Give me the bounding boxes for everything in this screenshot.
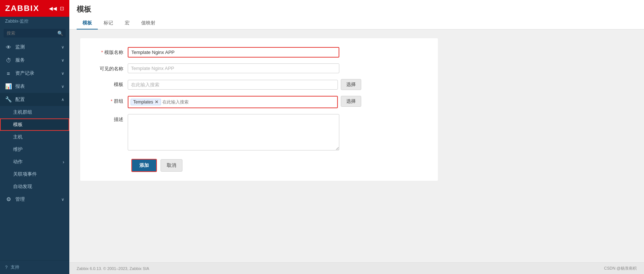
logo-area: ZABBIX ◀◀ ⊡ bbox=[0, 0, 69, 17]
search-icon: 🔍 bbox=[57, 31, 63, 36]
service-icon: ⏱ bbox=[5, 57, 12, 63]
sidebar-item-management[interactable]: ⚙ 管理 ∨ bbox=[0, 193, 69, 206]
sidebar-item-hosts[interactable]: 主机 bbox=[0, 131, 69, 143]
sidebar-item-label: 管理 bbox=[15, 196, 25, 203]
visible-name-input[interactable] bbox=[128, 63, 339, 73]
description-textarea[interactable] bbox=[128, 114, 339, 150]
group-row: 群组 Templates ✕ 选择 bbox=[91, 96, 427, 108]
sidebar-nav: 👁 监测 ∨ ⏱ 服务 ∨ ≡ 资产记录 ∨ 📊 报表 ∨ 🔧 配置 ∧ 主机群… bbox=[0, 40, 69, 260]
sidebar-item-monitor[interactable]: 👁 监测 ∨ bbox=[0, 40, 69, 54]
templates-select-button[interactable]: 选择 bbox=[341, 79, 361, 90]
sidebar-item-label: 监测 bbox=[15, 44, 25, 50]
form-actions: 添加 取消 bbox=[91, 159, 427, 172]
sidebar-item-templates[interactable]: 模板 bbox=[0, 118, 69, 131]
group-search-input[interactable] bbox=[162, 99, 217, 105]
description-label: 描述 bbox=[91, 114, 128, 123]
sidebar-item-config[interactable]: 🔧 配置 ∧ bbox=[0, 93, 69, 106]
main-body: 模版名称 可见的名称 模板 选择 bbox=[69, 30, 644, 262]
page-title: 模板 bbox=[77, 4, 637, 14]
gear-icon: ⚙ bbox=[5, 196, 12, 203]
reports-icon: 📊 bbox=[5, 83, 12, 90]
template-name-row: 模版名称 bbox=[91, 47, 427, 58]
sub-item-label: 维护 bbox=[13, 146, 23, 152]
tab-macros[interactable]: 宏 bbox=[119, 17, 135, 30]
logo-text: ZABBIX bbox=[5, 4, 39, 13]
sidebar-item-label: 资产记录 bbox=[15, 70, 34, 77]
sidebar-subtitle: Zabbix-监控 bbox=[0, 17, 69, 27]
sub-item-label: 主机 bbox=[13, 134, 23, 140]
templates-search-input[interactable] bbox=[128, 80, 338, 90]
sidebar-item-service[interactable]: ⏱ 服务 ∨ bbox=[0, 54, 69, 67]
sidebar-item-maintenance[interactable]: 维护 bbox=[0, 143, 69, 156]
group-tags-container[interactable]: Templates ✕ bbox=[128, 96, 338, 108]
assets-icon: ≡ bbox=[5, 70, 12, 77]
sidebar-item-label: 报表 bbox=[15, 83, 25, 90]
visible-name-field bbox=[128, 63, 339, 73]
tab-value-mapping[interactable]: 值映射 bbox=[135, 17, 161, 30]
chevron-right-icon: › bbox=[63, 159, 64, 165]
chevron-down-icon: ∨ bbox=[61, 71, 64, 76]
tab-template[interactable]: 模板 bbox=[77, 17, 98, 30]
sub-item-label: 自动发现 bbox=[13, 184, 32, 189]
sidebar: ZABBIX ◀◀ ⊡ Zabbix-监控 🔍 👁 监测 ∨ ⏱ 服务 ∨ ≡ … bbox=[0, 0, 69, 274]
sub-item-label: 动作 bbox=[13, 158, 23, 165]
cancel-button[interactable]: 取消 bbox=[161, 159, 182, 172]
support-label: 支持 bbox=[11, 264, 19, 270]
chevron-down-icon: ∨ bbox=[61, 58, 64, 63]
monitor-icon: 👁 bbox=[5, 44, 12, 50]
description-row: 描述 bbox=[91, 114, 427, 152]
sub-item-label: 关联项事件 bbox=[13, 171, 37, 177]
group-select-button[interactable]: 选择 bbox=[341, 96, 361, 107]
sub-item-label: 模板 bbox=[13, 122, 23, 127]
collapse-icon[interactable]: ◀◀ bbox=[49, 5, 57, 11]
add-button[interactable]: 添加 bbox=[131, 159, 157, 172]
footer-copyright: Zabbix 6.0.13. © 2001–2023, Zabbix SIA bbox=[77, 266, 149, 271]
tag-close-button[interactable]: ✕ bbox=[155, 99, 158, 105]
sidebar-search: 🔍 bbox=[4, 29, 66, 38]
tag-label: Templates bbox=[133, 99, 153, 105]
group-label: 群组 bbox=[91, 96, 128, 105]
search-input[interactable] bbox=[4, 29, 66, 38]
visible-name-row: 可见的名称 bbox=[91, 63, 427, 73]
group-tag-templates: Templates ✕ bbox=[131, 99, 161, 105]
tab-tags[interactable]: 标记 bbox=[98, 17, 119, 30]
main-header: 模板 模板 标记 宏 值映射 bbox=[69, 0, 644, 30]
chevron-down-icon: ∨ bbox=[61, 197, 64, 202]
logo-icons: ◀◀ ⊡ bbox=[49, 5, 64, 11]
chevron-up-icon: ∧ bbox=[61, 97, 64, 102]
sidebar-item-auto-discovery[interactable]: 自动发现 bbox=[0, 180, 69, 193]
sidebar-item-label: 服务 bbox=[15, 57, 25, 63]
config-icon: 🔧 bbox=[5, 96, 12, 103]
form-container: 模版名称 可见的名称 模板 选择 bbox=[80, 38, 438, 181]
support-icon: ? bbox=[5, 265, 8, 270]
sidebar-item-correlations[interactable]: 关联项事件 bbox=[0, 168, 69, 180]
sidebar-support[interactable]: ? 支持 bbox=[0, 260, 69, 274]
sub-item-label: 主机群组 bbox=[13, 109, 32, 115]
template-name-field bbox=[128, 47, 339, 58]
templates-field bbox=[128, 80, 338, 90]
template-name-label: 模版名称 bbox=[91, 47, 128, 56]
chevron-down-icon: ∨ bbox=[61, 84, 64, 89]
template-name-input[interactable] bbox=[128, 47, 339, 58]
main-content: 模板 模板 标记 宏 值映射 模版名称 bbox=[69, 0, 644, 274]
expand-icon[interactable]: ⊡ bbox=[60, 5, 64, 11]
sidebar-item-actions[interactable]: 动作 › bbox=[0, 156, 69, 168]
sidebar-item-assets[interactable]: ≡ 资产记录 ∨ bbox=[0, 67, 69, 80]
sidebar-item-reports[interactable]: 📊 报表 ∨ bbox=[0, 80, 69, 93]
page-footer: Zabbix 6.0.13. © 2001–2023, Zabbix SIA C… bbox=[69, 262, 644, 274]
chevron-down-icon: ∨ bbox=[61, 45, 64, 50]
sidebar-item-host-groups[interactable]: 主机群组 bbox=[0, 106, 69, 118]
visible-name-label: 可见的名称 bbox=[91, 63, 128, 72]
footer-csdn: CSDN @杨淮南积 bbox=[604, 266, 637, 271]
description-field bbox=[128, 114, 339, 152]
sidebar-item-label: 配置 bbox=[15, 96, 25, 103]
tab-bar: 模板 标记 宏 值映射 bbox=[77, 17, 637, 29]
templates-label: 模板 bbox=[91, 79, 128, 88]
templates-row: 模板 选择 bbox=[91, 79, 427, 90]
